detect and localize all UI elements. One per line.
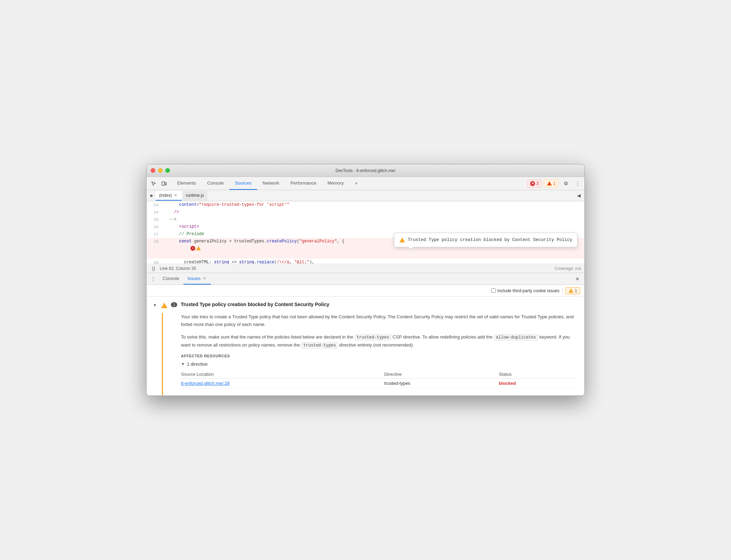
svg-rect-1: [165, 182, 166, 185]
code-line-26: 26 <script>: [147, 223, 584, 231]
toolbar-icons: [149, 179, 169, 188]
desc2-code2: allow-duplicates: [494, 334, 538, 341]
issue-count: 1: [171, 302, 177, 307]
source-tab-nav-expand[interactable]: ▶: [148, 192, 156, 200]
cursor-position: Line 62, Column 35: [160, 266, 196, 271]
issues-content[interactable]: ▼ 1 Trusted Type policy creation blocked…: [147, 297, 584, 396]
issue-warn-icon: [161, 303, 167, 308]
code-line-25: 25 -->: [147, 216, 584, 223]
issue-description-2: To solve this, make sure that the names …: [181, 333, 577, 349]
source-tabs-bar: ▶ (index) ✕ runtime.js ◀: [147, 190, 584, 201]
tab-sources[interactable]: Sources: [229, 177, 257, 190]
tooltip-box: Trusted Type policy creation blocked by …: [394, 233, 577, 247]
third-party-checkbox[interactable]: [491, 288, 496, 293]
affected-resources-title: AFFECTED RESOURCES: [181, 354, 577, 358]
toolbar-right: ✕ 3 1 ⚙ ⋮: [527, 179, 582, 188]
error-icon: ✕: [530, 181, 535, 186]
third-party-filter[interactable]: Include third-party cookie issues: [491, 288, 560, 293]
tab-more[interactable]: »: [349, 177, 363, 190]
warning-badge[interactable]: 1: [544, 179, 559, 188]
line-num-29: 29: [147, 259, 164, 264]
error-count: 3: [536, 181, 539, 186]
bottom-tab-console-label: Console: [163, 276, 179, 281]
device-toolbar-button[interactable]: [159, 179, 169, 188]
tab-memory[interactable]: Memory: [322, 177, 349, 190]
issue-header: ▼ 1 Trusted Type policy creation blocked…: [147, 297, 584, 313]
tab-console[interactable]: Console: [202, 177, 229, 190]
line-content-26: <script>: [164, 223, 584, 231]
tooltip-warn-icon: [399, 238, 405, 242]
line-num-27: 27: [147, 231, 164, 238]
warning-count: 1: [553, 181, 556, 186]
line-num-28: 28: [147, 238, 164, 259]
bottom-tab-issues-close[interactable]: ✕: [202, 276, 207, 281]
more-options-button[interactable]: ⋮: [573, 179, 582, 188]
close-button[interactable]: [151, 168, 155, 173]
bottom-panel-close[interactable]: ✕: [573, 275, 582, 283]
code-line-23: 23 content="require-trusted-types-for 's…: [147, 201, 584, 209]
line-content-23: content="require-trusted-types-for 'scri…: [164, 201, 584, 209]
cell-source[interactable]: tt-enforced.glitch.me/:28: [181, 378, 384, 388]
traffic-lights: [151, 168, 170, 173]
status-bar: {} Line 62, Column 35 Coverage: n/a: [147, 264, 584, 273]
titlebar: DevTools - tt-enforced.glitch.me/: [147, 164, 584, 177]
source-link[interactable]: tt-enforced.glitch.me/:28: [181, 381, 229, 386]
col-status: Status: [499, 370, 577, 379]
source-tab-index[interactable]: (index) ✕: [156, 191, 182, 201]
issue-group-trusted-types: ▼ 1 Trusted Type policy creation blocked…: [147, 297, 584, 396]
issue-expand-button[interactable]: ▼: [152, 302, 158, 308]
bottom-tabs-bar: ⋮ Console Issues ✕ ✕: [147, 273, 584, 285]
filter-divider: [562, 288, 563, 294]
warning-icon: [547, 181, 552, 186]
issue-body: Your site tries to create a Trusted Type…: [162, 313, 584, 395]
warning-indicator: [196, 246, 201, 250]
directive-label: 1 directive: [187, 361, 207, 367]
code-editor[interactable]: 23 content="require-trusted-types-for 's…: [147, 201, 584, 264]
tab-performance[interactable]: Performance: [285, 177, 322, 190]
line-num-24: 24: [147, 209, 164, 216]
bottom-tab-console[interactable]: Console: [158, 273, 183, 285]
minimize-button[interactable]: [158, 168, 163, 173]
window-title: DevTools - tt-enforced.glitch.me/: [336, 168, 395, 173]
desc2-mid1: CSP directive. To allow redefining polic…: [391, 334, 494, 340]
line-num-25: 25: [147, 216, 164, 223]
tab-elements[interactable]: Elements: [172, 177, 202, 190]
format-button[interactable]: {}: [150, 265, 157, 272]
line-content-25: -->: [164, 216, 584, 223]
desc2-end: directive entirely (not recommended).: [338, 342, 414, 348]
cell-directive: trusted-types: [384, 378, 499, 388]
tab-network[interactable]: Network: [257, 177, 285, 190]
coverage-info: Coverage: n/a: [555, 266, 581, 271]
tooltip-text: Trusted Type policy creation blocked by …: [408, 236, 572, 243]
affected-resources: AFFECTED RESOURCES ▼ 1 directive Source …: [181, 354, 577, 388]
filter-badge-count: 1: [575, 288, 577, 293]
source-tab-runtime[interactable]: runtime.js: [182, 191, 207, 201]
code-line-29: 29 createHTML: string => string.replace(…: [147, 259, 584, 264]
tooltip-arrow: [408, 247, 414, 250]
error-indicator: ✕: [190, 246, 195, 251]
directive-table: Source Location Directive Status tt-enfo…: [181, 370, 577, 388]
source-tab-index-label: (index): [159, 193, 172, 198]
source-tab-index-close[interactable]: ✕: [173, 193, 178, 198]
maximize-button[interactable]: [165, 168, 170, 173]
issue-description-1: Your site tries to create a Trusted Type…: [181, 313, 577, 328]
status-blocked: blocked: [499, 381, 516, 386]
cell-status: blocked: [499, 378, 577, 388]
settings-button[interactable]: ⚙: [561, 179, 571, 188]
code-line-24: 24 />: [147, 209, 584, 216]
source-tab-runtime-label: runtime.js: [186, 193, 204, 198]
directive-header[interactable]: ▼ 1 directive: [181, 361, 577, 367]
bottom-panel-menu[interactable]: ⋮: [149, 275, 157, 283]
directive-expand-icon: ▼: [181, 362, 185, 366]
filter-warning-badge: 1: [565, 287, 580, 294]
bottom-tab-issues[interactable]: Issues ✕: [183, 273, 211, 285]
bottom-tab-issues-label: Issues: [188, 276, 201, 281]
devtools-window: DevTools - tt-enforced.glitch.me/ Elemen…: [146, 164, 585, 396]
devtools-tabs: Elements Console Sources Network Perform…: [172, 177, 527, 190]
table-row: tt-enforced.glitch.me/:28 trusted-types …: [181, 378, 577, 388]
error-badge[interactable]: ✕ 3: [527, 179, 542, 188]
source-tab-right-collapse[interactable]: ◀: [575, 192, 583, 200]
desc2-code1: trusted-types: [355, 334, 392, 341]
line-content-29: createHTML: string => string.replace(/\<…: [164, 259, 584, 264]
inspect-element-button[interactable]: [149, 179, 158, 188]
